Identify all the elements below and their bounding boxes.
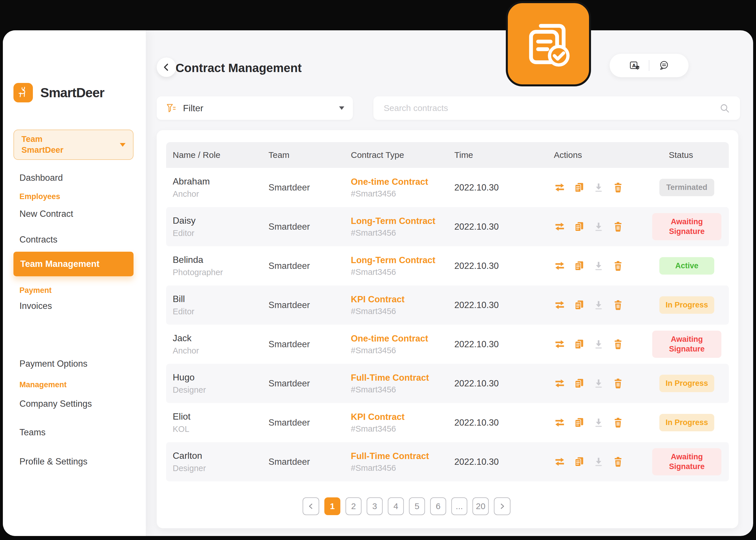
contract-type: Full-Time Contract [351,373,454,383]
app-window: SmartDeer Team SmartDeer Dashboard Emplo… [3,30,753,536]
status-badge: Active [659,257,714,275]
pagination-page-2[interactable]: 2 [345,497,361,515]
employee-name: Abraham [173,176,269,187]
employee-name: Carlton [173,451,269,461]
download-icon[interactable] [593,299,604,311]
sidebar-item-team-management[interactable]: Team Management [13,252,134,276]
column-header-contract-type: Contract Type [351,150,454,160]
pagination-ellipsis[interactable]: ... [451,497,467,515]
download-icon[interactable] [593,260,604,272]
team-name: Smartdeer [269,339,351,349]
delete-icon[interactable] [612,338,624,350]
status-badge: Awaiting Signature [652,448,721,475]
contract-id: #Smart3456 [351,463,454,473]
copy-icon[interactable] [573,182,585,193]
download-icon[interactable] [593,456,604,468]
copy-icon[interactable] [573,417,585,429]
copy-icon[interactable] [573,221,585,232]
employee-role: KOL [173,424,269,434]
delete-icon[interactable] [612,221,624,232]
employee-role: Anchor [173,189,269,199]
contract-type: KPI Contract [351,294,454,305]
pagination-page-5[interactable]: 5 [409,497,425,515]
pagination-page-1[interactable]: 1 [324,497,340,515]
copy-icon[interactable] [573,299,585,311]
back-button[interactable] [157,58,176,77]
table-body: AbrahamAnchor Smartdeer One-time Contrac… [166,168,729,481]
screen: SmartDeer Team SmartDeer Dashboard Emplo… [0,0,756,540]
pagination-page-4[interactable]: 4 [388,497,404,515]
copy-icon[interactable] [573,338,585,350]
chevron-down-icon [120,143,126,147]
delete-icon[interactable] [612,299,624,311]
transfer-icon[interactable] [554,221,566,232]
pagination-prev-button[interactable] [303,497,319,515]
contract-type: One-time Contract [351,177,454,187]
copy-icon[interactable] [573,377,585,389]
contract-id: #Smart3456 [351,267,454,277]
contract-id: #Smart3456 [351,385,454,394]
contract-time: 2022.10.30 [454,339,554,349]
sidebar-item-employees[interactable]: Employees [19,192,60,201]
delete-icon[interactable] [612,182,624,193]
transfer-icon[interactable] [554,417,566,429]
table-row: DaisyEditor Smartdeer Long-Term Contract… [166,207,729,246]
sidebar-item-contracts[interactable]: Contracts [19,234,58,245]
pagination-page-6[interactable]: 6 [430,497,446,515]
contract-id: #Smart3456 [351,228,454,238]
search-bar [373,96,740,120]
pagination-next-button[interactable] [494,497,511,515]
sidebar-item-teams[interactable]: Teams [19,427,46,438]
download-icon[interactable] [593,417,604,429]
sidebar-item-new-contract[interactable]: New Contract [19,209,73,219]
employee-name: Daisy [173,215,269,226]
contract-time: 2022.10.30 [454,378,554,389]
delete-icon[interactable] [612,260,624,272]
status-badge: In Progress [659,414,714,432]
status-badge: Awaiting Signature [652,331,721,358]
download-icon[interactable] [593,221,604,232]
team-selector[interactable]: Team SmartDeer [13,130,134,160]
sidebar-item-profile-settings[interactable]: Profile & Settings [19,457,87,467]
employee-role: Designer [173,464,269,473]
sidebar-item-company-settings[interactable]: Company Settings [19,399,92,409]
contract-app-icon [506,1,591,86]
copy-icon[interactable] [573,456,585,468]
search-input[interactable] [383,103,719,113]
table-row: EliotKOL Smartdeer KPI Contract#Smart345… [166,403,729,442]
sidebar-item-invoices[interactable]: Invoices [19,301,52,311]
download-icon[interactable] [593,338,604,350]
transfer-icon[interactable] [554,299,566,311]
transfer-icon[interactable] [554,338,566,350]
sidebar-item-payment[interactable]: Payment [19,286,52,295]
download-icon[interactable] [593,182,604,193]
download-icon[interactable] [593,377,604,389]
search-icon[interactable] [719,102,730,114]
transfer-icon[interactable] [554,456,566,468]
delete-icon[interactable] [612,417,624,429]
delete-icon[interactable] [612,456,624,468]
contract-id: #Smart3456 [351,346,454,355]
transfer-icon[interactable] [554,182,566,193]
status-badge: In Progress [659,296,714,314]
translate-icon[interactable] [628,60,640,71]
filter-dropdown[interactable]: Filter [157,96,353,120]
team-name: Smartdeer [269,222,351,232]
pagination-page-20[interactable]: 20 [472,497,489,515]
copy-icon[interactable] [573,260,585,272]
contract-time: 2022.10.30 [454,457,554,467]
filter-label: Filter [183,103,203,113]
employee-role: Anchor [173,346,269,355]
sidebar-item-payment-options[interactable]: Payment Options [19,359,87,369]
chat-icon[interactable] [658,60,670,71]
contract-time: 2022.10.30 [454,183,554,193]
contract-type: Long-Term Contract [351,216,454,226]
sidebar-item-dashboard[interactable]: Dashboard [19,173,63,183]
transfer-icon[interactable] [554,377,566,389]
delete-icon[interactable] [612,377,624,389]
pagination-page-3[interactable]: 3 [367,497,383,515]
logo-text: SmartDeer [40,85,104,100]
transfer-icon[interactable] [554,260,566,272]
sidebar-item-management[interactable]: Management [19,380,66,389]
table-header: Name / Role Team Contract Type Time Acti… [166,142,729,168]
